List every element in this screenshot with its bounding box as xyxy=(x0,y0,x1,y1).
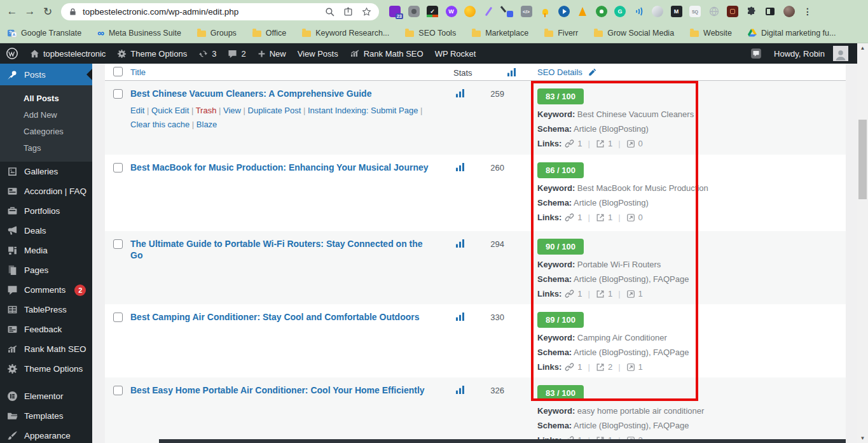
action-edit[interactable]: Edit xyxy=(130,106,151,115)
m-extension-icon[interactable]: M xyxy=(671,6,682,17)
sphere-extension-icon[interactable] xyxy=(652,6,663,17)
camera-extension-icon[interactable] xyxy=(408,6,420,17)
row-checkbox[interactable] xyxy=(113,386,123,395)
select-all-checkbox[interactable] xyxy=(113,67,123,76)
bulb-extension-icon[interactable] xyxy=(596,6,607,17)
bookmark-meta-business-suite[interactable]: ∞ Meta Business Suite xyxy=(97,27,181,38)
updates-menu[interactable]: 3 xyxy=(193,43,222,64)
action-view[interactable]: View xyxy=(223,106,248,115)
sidebar-item-rank-math[interactable]: Rank Math SEO xyxy=(0,339,92,359)
stats-chart-icon[interactable] xyxy=(456,163,464,171)
stats-chart-icon[interactable] xyxy=(456,239,464,248)
shopping-extension-icon[interactable]: 23 xyxy=(389,6,401,17)
action-blaze[interactable]: Blaze xyxy=(196,120,217,129)
theme-options-menu[interactable]: Theme Options xyxy=(111,43,193,64)
forward-icon[interactable]: → xyxy=(22,3,38,20)
globe-extension-icon[interactable] xyxy=(708,6,720,17)
scroll-down-arrow[interactable]: ▼ xyxy=(857,433,868,443)
post-title-link[interactable]: Best Easy Home Portable Air Conditioner:… xyxy=(130,385,425,395)
flask-extension-icon[interactable] xyxy=(577,6,588,17)
sidebar-item-templates[interactable]: Templates xyxy=(0,406,92,426)
post-title-link[interactable]: The Ultimate Guide to Portable Wi-Fi Rou… xyxy=(130,239,423,260)
code-extension-icon[interactable]: </> xyxy=(521,6,532,17)
share-icon[interactable] xyxy=(343,7,353,17)
horizontal-scrollbar[interactable] xyxy=(159,439,846,443)
sidebar-item-portfolios[interactable]: Portfolios xyxy=(0,201,92,221)
wp-rocket-menu[interactable]: WP Rocket xyxy=(429,43,482,64)
notification-bubble-icon[interactable] xyxy=(750,48,762,59)
comments-menu[interactable]: 2 xyxy=(222,43,251,64)
color-picker-extension-icon[interactable] xyxy=(502,6,513,17)
pen-extension-icon[interactable] xyxy=(483,6,495,17)
rank-math-menu[interactable]: Rank Math SEO xyxy=(344,43,429,64)
browser-menu-icon[interactable]: ⋮ xyxy=(802,6,813,17)
site-name-menu[interactable]: topbestelectronic xyxy=(24,43,111,64)
submenu-add-new[interactable]: Add New xyxy=(0,106,92,123)
zoom-search-icon[interactable] xyxy=(325,7,334,17)
checker-extension-icon[interactable]: ✓ xyxy=(427,6,438,17)
sidebar-item-feedback[interactable]: Feedback xyxy=(0,320,92,339)
reload-icon[interactable]: ↻ xyxy=(39,3,56,20)
bookmark-folder-marketplace[interactable]: Marketplace xyxy=(472,29,528,38)
stats-chart-icon[interactable] xyxy=(456,313,464,321)
post-title-link[interactable]: Best MacBook for Music Production: Enhan… xyxy=(130,162,429,172)
sidebar-item-media[interactable]: Media xyxy=(0,241,92,260)
submenu-tags[interactable]: Tags xyxy=(0,139,92,156)
column-header-title[interactable]: Title xyxy=(130,67,146,77)
submenu-all-posts[interactable]: All Posts xyxy=(0,90,92,106)
my-account-menu[interactable]: Howdy, Robin xyxy=(768,43,857,64)
puzzle-extensions-icon[interactable] xyxy=(746,6,757,17)
sidebar-item-theme-options[interactable]: Theme Options xyxy=(0,359,92,379)
view-posts-menu[interactable]: View Posts xyxy=(292,43,344,64)
bookmark-folder-fiverr[interactable]: Fiverr xyxy=(544,29,578,38)
post-title-link[interactable]: Best Chinese Vacuum Cleaners: A Comprehe… xyxy=(130,88,371,99)
bookmark-folder-grow-social-media[interactable]: Grow Social Media xyxy=(594,29,674,38)
sidebar-item-galleries[interactable]: Galleries xyxy=(0,162,92,181)
row-checkbox[interactable] xyxy=(113,313,123,322)
play-circle-extension-icon[interactable] xyxy=(558,6,570,17)
bookmark-folder-website[interactable]: Website xyxy=(690,29,732,38)
bookmark-folder-keyword-research[interactable]: Keyword Research... xyxy=(302,29,389,38)
vertical-scrollbar[interactable]: ▲ ▼ xyxy=(857,43,868,443)
action-instant-indexing[interactable]: Instant Indexing: Submit Page xyxy=(308,106,422,115)
profile-avatar-icon[interactable] xyxy=(783,6,795,17)
sidebar-item-accordion-faq[interactable]: Accordion | FAQ xyxy=(0,181,92,201)
wp-logo-menu[interactable] xyxy=(0,43,24,64)
action-duplicate-post[interactable]: Duplicate Post xyxy=(248,106,308,115)
sidebar-item-elementor[interactable]: Elementor xyxy=(0,386,92,406)
sidepanel-extension-icon[interactable] xyxy=(764,6,776,17)
post-title-link[interactable]: Best Camping Air Conditioner: Stay Cool … xyxy=(130,312,420,322)
submenu-categories[interactable]: Categories xyxy=(0,123,92,139)
action-clear-cache[interactable]: Clear this cache xyxy=(130,120,196,129)
new-content-menu[interactable]: New xyxy=(252,43,292,64)
row-checkbox[interactable] xyxy=(113,89,123,99)
waves-extension-icon[interactable] xyxy=(633,6,645,17)
bookmark-folder-groups[interactable]: Groups xyxy=(197,29,237,38)
scroll-up-arrow[interactable]: ▲ xyxy=(857,43,868,53)
column-header-seo-details[interactable]: SEO Details xyxy=(537,67,597,77)
bookmark-folder-office[interactable]: Office xyxy=(252,29,286,38)
grammarly-extension-icon[interactable]: G xyxy=(614,6,626,17)
bookmark-star-icon[interactable] xyxy=(362,7,371,17)
sidebar-item-comments[interactable]: Comments 2 xyxy=(0,280,92,300)
mail-extension-icon[interactable] xyxy=(727,6,738,17)
action-quick-edit[interactable]: Quick Edit xyxy=(151,106,196,115)
stats-chart-icon[interactable] xyxy=(456,89,464,97)
row-checkbox[interactable] xyxy=(113,163,123,172)
stats-chart-icon[interactable] xyxy=(456,386,464,394)
bookmark-digital-marketing[interactable]: Digital marketing fu... xyxy=(748,29,836,38)
action-trash[interactable]: Trash xyxy=(196,106,223,115)
sidebar-item-posts[interactable]: Posts xyxy=(0,64,92,85)
w-circle-extension-icon[interactable]: W xyxy=(446,6,457,17)
seoquake-extension-icon[interactable]: SQ xyxy=(689,6,701,17)
sidebar-item-tablepress[interactable]: TablePress xyxy=(0,300,92,320)
bookmark-folder-seo-tools[interactable]: SEO Tools xyxy=(405,29,456,38)
sidebar-item-pages[interactable]: Pages xyxy=(0,260,92,280)
sidebar-item-appearance[interactable]: Appearance xyxy=(0,426,92,443)
bookmark-google-translate[interactable]: Google Translate xyxy=(8,29,81,38)
sidebar-item-deals[interactable]: Deals xyxy=(0,221,92,241)
scrollbar-thumb[interactable] xyxy=(858,120,867,199)
back-icon[interactable]: ← xyxy=(4,3,20,20)
lamp-extension-icon[interactable] xyxy=(539,6,551,17)
row-checkbox[interactable] xyxy=(113,239,123,249)
